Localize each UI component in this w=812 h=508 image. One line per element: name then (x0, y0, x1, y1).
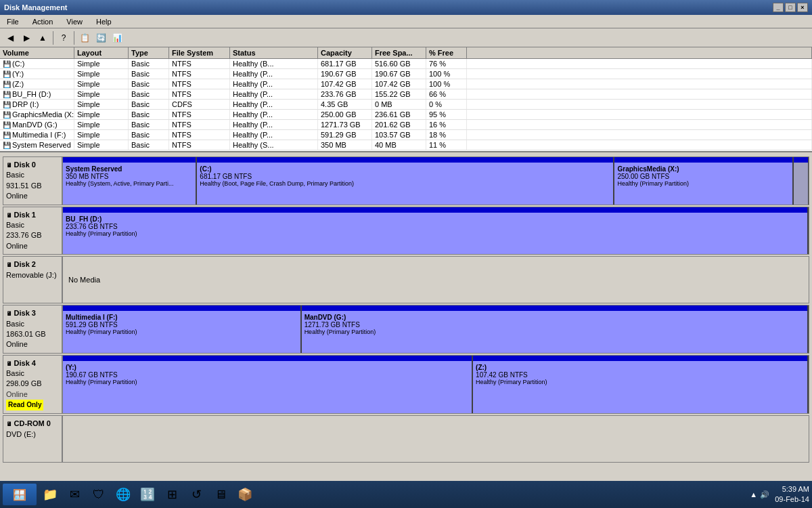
read-only-badge: Read Only (6, 400, 43, 410)
disk-partitions: (Y:) 190.67 GB NTFS Healthy (Primary Par… (62, 355, 809, 415)
partition[interactable]: System Reserved 350 MB NTFS Healthy (Sys… (63, 157, 197, 205)
partition[interactable]: ManDVD (G:) 1271.73 GB NTFS Healthy (Pri… (302, 305, 809, 353)
partition-header (197, 157, 613, 163)
window-title: Disk Management (4, 3, 68, 12)
taskbar: 🪟 📁 ✉ 🛡 🌐 🔢 ⊞ ↺ 🖥 📦 ▲ 🔊 5:39 AM 09-Feb-1… (0, 481, 812, 508)
maximize-button[interactable]: □ (785, 3, 796, 12)
window-controls: _ □ × (773, 3, 808, 12)
disk-row: 🖥 Disk 2Removable (J:)No Media (3, 256, 809, 303)
taskbar-icon-apps[interactable]: ⊞ (161, 484, 183, 505)
partition[interactable]: BU_FH (D:) 233.76 GB NTFS Healthy (Prima… (63, 207, 809, 255)
taskbar-left: 🪟 📁 ✉ 🛡 🌐 🔢 ⊞ ↺ 🖥 📦 (3, 484, 256, 505)
menu-help[interactable]: Help (92, 17, 116, 26)
partition-header (63, 356, 472, 361)
partition-unallocated[interactable] (794, 157, 809, 205)
menu-bar: File Action View Help (0, 15, 812, 28)
taskbar-icon-calc[interactable]: 🔢 (137, 484, 158, 505)
table-row[interactable]: 💾 (Y:) Simple Basic NTFS Healthy (P... 1… (0, 69, 812, 79)
refresh-button[interactable]: 🔄 (93, 30, 108, 45)
disk-row: 🖥 Disk 1Basic233.76 GBOnline BU_FH (D:) … (3, 207, 809, 255)
taskbar-icon-package[interactable]: 📦 (234, 484, 256, 505)
table-row[interactable]: 💾 GraphicsMedia (X:) Simple Basic NTFS H… (0, 110, 812, 120)
col-capacity: Capacity (318, 47, 372, 58)
table-row[interactable]: 💾 ManDVD (G:) Simple Basic NTFS Healthy … (0, 120, 812, 130)
taskbar-icon-browser[interactable]: 🌐 (112, 484, 134, 505)
taskbar-date: 09-Feb-14 (775, 494, 809, 505)
minimize-button[interactable]: _ (773, 3, 784, 12)
view-button[interactable]: 📊 (110, 30, 125, 45)
menu-action[interactable]: Action (28, 17, 58, 26)
disk-rows: 🖥 Disk 0Basic931.51 GBOnline System Rese… (0, 156, 812, 463)
disk-row: 🖥 Disk 3Basic1863.01 GBOnline Multimedia… (3, 305, 809, 354)
menu-file[interactable]: File (3, 17, 23, 26)
toolbar-sep-1 (53, 31, 53, 45)
taskbar-icon-mail[interactable]: ✉ (64, 484, 85, 505)
col-extra (467, 47, 812, 58)
col-filesystem: File System (169, 47, 230, 58)
partition-body: (C:) 681.17 GB NTFS Healthy (Boot, Page … (197, 163, 613, 205)
no-media-label: No Media (68, 276, 100, 284)
table-row[interactable]: 💾 (Z:) Simple Basic NTFS Healthy (P... 1… (0, 79, 812, 89)
toolbar: ◀ ▶ ▲ ? 📋 🔄 📊 (0, 28, 812, 47)
partition[interactable]: (C:) 681.17 GB NTFS Healthy (Boot, Page … (197, 157, 614, 205)
taskbar-icon-files[interactable]: 📁 (39, 484, 61, 505)
col-freespace: Free Spa... (372, 47, 426, 58)
taskbar-icon-security[interactable]: 🛡 (88, 484, 110, 505)
title-bar: Disk Management _ □ × (0, 0, 812, 15)
col-volume: Volume (0, 47, 74, 58)
help-button[interactable]: ? (56, 30, 71, 45)
partition[interactable]: (Z:) 107.42 GB NTFS Healthy (Primary Par… (473, 356, 809, 414)
partition-body: BU_FH (D:) 233.76 GB NTFS Healthy (Prima… (63, 213, 807, 255)
systray-volume[interactable]: 🔊 (760, 490, 769, 499)
systray: ▲ 🔊 (750, 490, 769, 499)
partition-body: GraphicsMedia (X:) 250.00 GB NTFS Health… (614, 163, 792, 205)
disk-map: 🖥 Disk 0Basic931.51 GBOnline System Rese… (0, 152, 812, 481)
partition-body: ManDVD (G:) 1271.73 GB NTFS Healthy (Pri… (302, 311, 807, 353)
disk-partitions: Multimedia I (F:) 591.29 GB NTFS Healthy… (62, 305, 809, 354)
disk-partitions (62, 415, 809, 463)
disk-label: 🖥 Disk 0Basic931.51 GBOnline (3, 156, 62, 205)
up-button[interactable]: ▲ (35, 30, 50, 45)
partition[interactable]: Multimedia I (F:) 591.29 GB NTFS Healthy… (63, 305, 302, 353)
disk-label: 🖥 Disk 1Basic233.76 GBOnline (3, 207, 62, 255)
disk-row: 🖥 Disk 0Basic931.51 GBOnline System Rese… (3, 156, 809, 205)
partition-header (473, 356, 807, 361)
partition[interactable]: GraphicsMedia (X:) 250.00 GB NTFS Health… (614, 157, 793, 205)
partition-body: (Y:) 190.67 GB NTFS Healthy (Primary Par… (63, 361, 472, 414)
disk-partitions: BU_FH (D:) 233.76 GB NTFS Healthy (Prima… (62, 207, 809, 255)
table-row[interactable]: 💾 BU_FH (D:) Simple Basic NTFS Healthy (… (0, 89, 812, 100)
systray-arrow[interactable]: ▲ (750, 490, 757, 499)
col-type: Type (129, 47, 169, 58)
start-button[interactable]: 🪟 (3, 484, 37, 505)
volume-header: Volume Layout Type File System Status Ca… (0, 47, 812, 59)
partition-header (63, 157, 196, 163)
partition-body: (Z:) 107.42 GB NTFS Healthy (Primary Par… (473, 361, 807, 414)
disk-label: 🖥 CD-ROM 0DVD (E:) (3, 415, 62, 463)
taskbar-clock: 5:39 AM 09-Feb-14 (775, 484, 809, 505)
volume-rows: 💾 (C:) Simple Basic NTFS Healthy (B... 6… (0, 59, 812, 150)
partition-header (63, 207, 807, 213)
back-button[interactable]: ◀ (3, 30, 18, 45)
disk-partitions: No Media (62, 256, 809, 303)
partition[interactable]: (Y:) 190.67 GB NTFS Healthy (Primary Par… (63, 356, 473, 414)
close-button[interactable]: × (797, 3, 808, 12)
forward-button[interactable]: ▶ (19, 30, 34, 45)
partition-body: System Reserved 350 MB NTFS Healthy (Sys… (63, 163, 196, 205)
table-row[interactable]: 💾 System Reserved Simple Basic NTFS Heal… (0, 140, 812, 150)
taskbar-icon-back[interactable]: ↺ (185, 484, 207, 505)
menu-view[interactable]: View (62, 17, 87, 26)
taskbar-icon-display[interactable]: 🖥 (210, 484, 231, 505)
col-pctfree: % Free (426, 47, 467, 58)
disk-label: 🖥 Disk 2Removable (J:) (3, 256, 62, 303)
table-row[interactable]: 💾 Multimedia I (F:) Simple Basic NTFS He… (0, 130, 812, 140)
partition-header (63, 305, 300, 311)
partition-header (302, 305, 807, 311)
disk-label: 🖥 Disk 4Basic298.09 GBOnlineRead Only (3, 355, 62, 415)
table-row[interactable]: 💾 (C:) Simple Basic NTFS Healthy (B... 6… (0, 59, 812, 69)
disk-partitions: System Reserved 350 MB NTFS Healthy (Sys… (62, 156, 809, 205)
toolbar-sep-2 (74, 31, 74, 45)
properties-button[interactable]: 📋 (77, 30, 92, 45)
table-row[interactable]: 💾 DRP (I:) Simple Basic CDFS Healthy (P.… (0, 100, 812, 110)
taskbar-right: ▲ 🔊 5:39 AM 09-Feb-14 (750, 484, 809, 505)
partition-header (614, 157, 792, 163)
